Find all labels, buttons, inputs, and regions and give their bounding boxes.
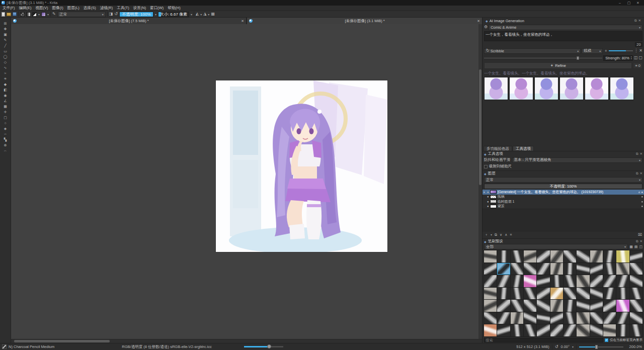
- brush-preset[interactable]: [484, 288, 497, 300]
- step-down-icon[interactable]: ▾: [631, 58, 632, 60]
- brush-tag-filter-dropdown[interactable]: 全部 ▾: [484, 244, 628, 249]
- rotation-reset-icon[interactable]: ↺: [555, 344, 558, 350]
- current-brush-icon[interactable]: [2, 344, 7, 349]
- brush-preset[interactable]: [577, 312, 589, 324]
- layer-lock-icon[interactable]: ●: [641, 195, 643, 198]
- brush-size-slider[interactable]: 大小: 6.67 像素: [158, 12, 189, 17]
- bezier-curve-tool-icon[interactable]: ∿: [2, 65, 9, 70]
- menu-layer[interactable]: 图层(L): [65, 6, 82, 11]
- brush-preset[interactable]: [603, 300, 616, 312]
- line-tool-icon[interactable]: ╱: [2, 43, 9, 48]
- brush-preset[interactable]: [497, 324, 510, 336]
- brush-preset[interactable]: [577, 250, 589, 262]
- layer-blend-mode-dropdown[interactable]: 正常 ▾: [484, 177, 642, 183]
- brush-preset[interactable]: [497, 312, 510, 324]
- float-docker-icon[interactable]: ⧉: [636, 152, 638, 156]
- brush-preset[interactable]: [590, 263, 603, 275]
- document-tab-2[interactable]: [未保存图像] (3.1 MiB) * ✕: [247, 18, 482, 24]
- canvas-artwork[interactable]: [216, 80, 387, 252]
- menu-edit[interactable]: 编辑(E): [17, 6, 34, 11]
- style-dropdown[interactable]: Comic & Anime ▾: [489, 25, 642, 30]
- brush-preset[interactable]: [537, 275, 549, 287]
- float-docker-icon[interactable]: ⧉: [634, 19, 637, 23]
- brush-preset[interactable]: [616, 312, 629, 324]
- brush-preset[interactable]: [497, 288, 510, 300]
- brush-preset[interactable]: [537, 300, 549, 312]
- minimize-button-icon[interactable]: –: [615, 0, 624, 6]
- brush-preset[interactable]: [603, 324, 616, 336]
- crop-tool-icon[interactable]: ▣: [2, 32, 9, 37]
- menu-filter[interactable]: 滤镜(R): [98, 6, 115, 11]
- grid-view-icon[interactable]: ▦: [629, 245, 633, 249]
- brush-preset[interactable]: [550, 288, 563, 300]
- brush-preset[interactable]: [524, 250, 536, 262]
- reload-preset-icon[interactable]: ↺: [114, 11, 118, 17]
- delete-layer-button[interactable]: ⌧: [638, 233, 642, 237]
- open-document-icon[interactable]: [7, 13, 11, 16]
- canvas-viewport[interactable]: [11, 24, 482, 339]
- menu-tools[interactable]: 工具(T): [115, 6, 131, 11]
- horizontal-scrollbar[interactable]: [11, 339, 482, 343]
- float-docker-icon[interactable]: ⧉: [636, 171, 638, 176]
- brush-preset[interactable]: [484, 300, 497, 312]
- brush-preset[interactable]: [564, 275, 576, 287]
- layer-lock-icon[interactable]: ●: [641, 200, 643, 203]
- save-document-icon[interactable]: [13, 12, 17, 16]
- duplicate-layer-button[interactable]: ⧉: [495, 233, 497, 237]
- brush-preset[interactable]: [524, 275, 536, 287]
- add-control-layer-icon[interactable]: ＋: [604, 48, 608, 54]
- brush-preset[interactable]: [590, 288, 603, 300]
- brush-preset[interactable]: [484, 263, 497, 275]
- move-layer-down-button[interactable]: ∨: [500, 233, 502, 237]
- menu-select[interactable]: 选择(S): [82, 6, 98, 11]
- brush-preset[interactable]: [511, 250, 523, 262]
- brush-preset[interactable]: [564, 324, 576, 336]
- memory-gauge-slider[interactable]: [244, 346, 283, 347]
- brush-preset[interactable]: [484, 250, 497, 262]
- brush-preset[interactable]: [577, 288, 589, 300]
- fill-tool-icon[interactable]: ◆: [2, 82, 9, 86]
- polygon-tool-icon[interactable]: ◇: [2, 60, 9, 64]
- brush-preset[interactable]: [630, 250, 642, 262]
- brush-preset[interactable]: [524, 288, 536, 300]
- opacity-slider[interactable]: 不透明度: 100%: [119, 12, 153, 17]
- dynamic-brush-tool-icon[interactable]: ≈: [2, 71, 9, 75]
- contiguous-select-tool-icon[interactable]: ▚: [2, 137, 9, 142]
- mirror-vertical-icon[interactable]: ◮: [203, 11, 206, 17]
- freehand-select-tool-icon[interactable]: ∽: [2, 132, 9, 136]
- zoom-tool-icon[interactable]: ⊕: [2, 143, 9, 147]
- generated-image-thumbnail[interactable]: [585, 77, 609, 100]
- brush-preset[interactable]: [511, 324, 523, 336]
- brush-preset[interactable]: [630, 288, 642, 300]
- menu-view[interactable]: 视图(V): [34, 6, 50, 11]
- layer-properties-button[interactable]: ≡: [510, 233, 512, 236]
- menu-help[interactable]: 帮助(H): [166, 6, 182, 11]
- zoom-slider[interactable]: [579, 346, 623, 347]
- chevron-down-icon[interactable]: ▾: [572, 345, 574, 348]
- close-document-icon[interactable]: ✕: [477, 19, 480, 23]
- strength-slider[interactable]: [484, 58, 602, 58]
- gradient-swatch[interactable]: [26, 12, 31, 17]
- brush-preset[interactable]: [564, 250, 576, 262]
- brush-preset[interactable]: [616, 275, 629, 287]
- layer-visibility-icon[interactable]: ●: [487, 195, 489, 198]
- brush-preset[interactable]: [603, 312, 616, 324]
- transform-tool-icon[interactable]: ⊞: [2, 21, 9, 26]
- polygonal-select-tool-icon[interactable]: ◈: [2, 126, 9, 131]
- alpha-inherit-icon[interactable]: α: [638, 191, 640, 194]
- control-strength-slider[interactable]: [609, 50, 633, 51]
- pan-tool-icon[interactable]: ⇔: [2, 148, 9, 153]
- brush-preset[interactable]: [497, 275, 510, 287]
- chevron-down-icon[interactable]: ▾: [208, 13, 209, 16]
- brush-preset[interactable]: [511, 312, 523, 324]
- brush-preset[interactable]: [590, 300, 603, 312]
- ai-settings-gear-icon[interactable]: ⚙: [484, 24, 488, 30]
- brush-preset[interactable]: [590, 250, 603, 262]
- multibrush-tool-icon[interactable]: ✳: [2, 76, 9, 81]
- generated-image-thumbnail[interactable]: [610, 77, 634, 100]
- brush-preset[interactable]: [564, 263, 576, 275]
- remove-control-icon[interactable]: ✕: [639, 48, 642, 54]
- brush-preset-chip[interactable]: [41, 12, 46, 17]
- edit-brush-settings-icon[interactable]: ✎: [52, 11, 56, 17]
- brush-preset[interactable]: [564, 300, 576, 312]
